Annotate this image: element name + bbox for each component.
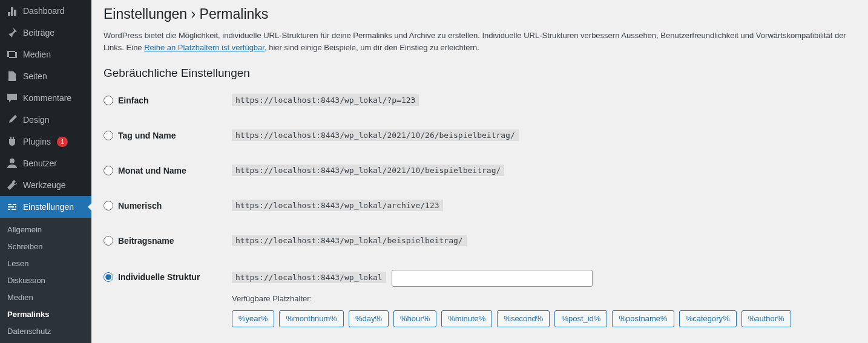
radio-postname[interactable]: [104, 236, 113, 246]
intro-text-2: , hier sind einige Beispiele, um dir den…: [265, 43, 479, 52]
dashboard-icon: [6, 5, 18, 17]
intro-paragraph: WordPress bietet die Möglichkeit, indivi…: [104, 30, 856, 53]
placeholder-tag-day[interactable]: %day%: [349, 310, 389, 327]
placeholder-tag-category[interactable]: %category%: [679, 310, 737, 327]
media-icon: [6, 48, 18, 60]
custom-structure-prefix: https://localhost:8443/wp_lokal: [232, 272, 386, 283]
option-label-plain: Einfach: [118, 96, 149, 105]
radio-monthname[interactable]: [104, 166, 113, 175]
placeholder-tag-author[interactable]: %author%: [741, 310, 791, 327]
sidebar-item-media[interactable]: Medien: [0, 44, 91, 65]
radio-dayname[interactable]: [104, 131, 113, 140]
radio-numeric[interactable]: [104, 201, 113, 211]
placeholder-tag-monthnum[interactable]: %monthnum%: [279, 310, 344, 327]
comments-icon: [6, 92, 18, 104]
option-url-postname: https://localhost:8443/wp_lokal/beispiel…: [232, 235, 467, 246]
plug-icon: [6, 136, 18, 148]
sidebar-item-settings[interactable]: Einstellungen: [0, 196, 91, 218]
submenu-item-writing[interactable]: Schreiben: [0, 238, 91, 255]
sidebar-item-tools[interactable]: Werkzeuge: [0, 174, 91, 196]
sidebar-item-label: Dashboard: [23, 5, 65, 16]
option-label-monthname: Monat und Name: [118, 166, 186, 175]
admin-sidebar: Dashboard Beiträge Medien Seiten Komment…: [0, 0, 91, 343]
option-row-dayname: Tag und Name https://localhost:8443/wp_l…: [104, 128, 856, 163]
placeholder-tag-year[interactable]: %year%: [232, 310, 274, 327]
wrench-icon: [6, 179, 18, 191]
sidebar-item-users[interactable]: Benutzer: [0, 152, 91, 174]
plugins-update-count: 1: [57, 137, 68, 147]
option-label-numeric: Numerisch: [118, 201, 162, 211]
sidebar-item-label: Werkzeuge: [23, 180, 66, 191]
sidebar-item-comments[interactable]: Kommentare: [0, 87, 91, 109]
option-row-custom: Individuelle Struktur https://localhost:…: [104, 269, 856, 327]
option-row-postname: Beitragsname https://localhost:8443/wp_l…: [104, 234, 856, 269]
sidebar-item-posts[interactable]: Beiträge: [0, 22, 91, 44]
pin-icon: [6, 27, 18, 39]
placeholder-tag-postname[interactable]: %postname%: [612, 310, 674, 327]
placeholder-tag-minute[interactable]: %minute%: [441, 310, 492, 327]
section-heading-common: Gebräuchliche Einstellungen: [104, 67, 856, 80]
option-label-postname: Beitragsname: [118, 236, 174, 246]
option-url-numeric: https://localhost:8443/wp_lokal/archive/…: [232, 200, 443, 211]
sidebar-item-label: Medien: [23, 49, 51, 60]
option-label-custom: Individuelle Struktur: [118, 272, 200, 282]
option-url-plain: https://localhost:8443/wp_lokal/?p=123: [232, 94, 419, 106]
brush-icon: [6, 114, 18, 126]
sidebar-item-label: Einstellungen: [23, 201, 74, 212]
submenu-item-media[interactable]: Medien: [0, 289, 91, 306]
sidebar-item-pages[interactable]: Seiten: [0, 65, 91, 87]
sidebar-item-label: Kommentare: [23, 93, 71, 103]
sidebar-item-label: Seiten: [23, 71, 47, 82]
submenu-item-general[interactable]: Allgemein: [0, 221, 91, 238]
option-url-dayname: https://localhost:8443/wp_lokal/2021/10/…: [232, 129, 519, 141]
sidebar-item-label: Design: [23, 114, 50, 125]
pages-icon: [6, 70, 18, 82]
submenu-item-reading[interactable]: Lesen: [0, 255, 91, 272]
option-row-plain: Einfach https://localhost:8443/wp_lokal/…: [104, 93, 856, 128]
submenu-item-permalinks[interactable]: Permalinks: [0, 306, 91, 323]
placeholder-tag-second[interactable]: %second%: [497, 310, 550, 327]
sidebar-item-label: Beiträge: [23, 27, 54, 38]
option-label-dayname: Tag und Name: [118, 131, 176, 140]
radio-custom[interactable]: [104, 272, 113, 282]
sliders-icon: [6, 201, 18, 213]
placeholder-tag-list: %year% %monthnum% %day% %hour% %minute% …: [232, 310, 856, 327]
svg-point-0: [10, 158, 15, 163]
option-row-monthname: Monat und Name https://localhost:8443/wp…: [104, 163, 856, 198]
main-content: Einstellungen › Permalinks WordPress bie…: [91, 0, 868, 343]
sidebar-item-dashboard[interactable]: Dashboard: [0, 0, 91, 22]
sidebar-item-design[interactable]: Design: [0, 109, 91, 131]
option-row-numeric: Numerisch https://localhost:8443/wp_loka…: [104, 198, 856, 234]
submenu-item-discussion[interactable]: Diskussion: [0, 272, 91, 289]
custom-structure-input[interactable]: [392, 270, 593, 287]
placeholder-docs-link[interactable]: Reihe an Platzhaltern ist verfügbar: [144, 43, 265, 52]
placeholder-tag-hour[interactable]: %hour%: [393, 310, 436, 327]
submenu-item-privacy[interactable]: Datenschutz: [0, 323, 91, 340]
sidebar-item-plugins[interactable]: Plugins 1: [0, 131, 91, 152]
user-icon: [6, 157, 18, 169]
sidebar-item-label: Benutzer: [23, 158, 57, 169]
page-title: Einstellungen › Permalinks: [104, 6, 856, 22]
settings-submenu: Allgemein Schreiben Lesen Diskussion Med…: [0, 218, 91, 343]
sidebar-item-settings-wrap: Einstellungen: [0, 196, 91, 218]
option-url-monthname: https://localhost:8443/wp_lokal/2021/10/…: [232, 165, 504, 176]
available-placeholders-label: Verfügbare Platzhalter:: [232, 294, 856, 303]
placeholder-tag-post-id[interactable]: %post_id%: [554, 310, 607, 327]
radio-plain[interactable]: [104, 96, 113, 105]
sidebar-item-label: Plugins: [23, 136, 51, 147]
